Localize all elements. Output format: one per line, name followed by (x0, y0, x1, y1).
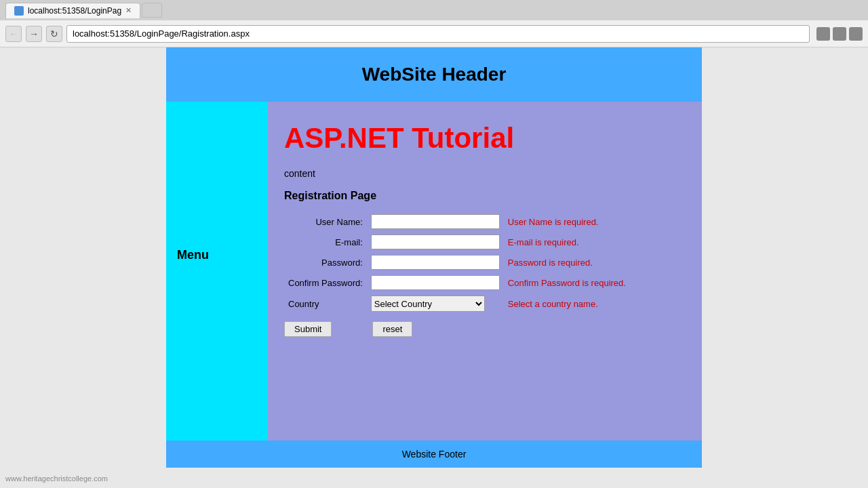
site-header: WebSite Header (166, 47, 702, 102)
country-select[interactable]: Select Country (371, 296, 485, 312)
page-body: Menu ASP.NET Tutorial content Registrati… (166, 102, 702, 441)
forward-button[interactable]: → (26, 26, 42, 42)
sidebar: Menu (166, 102, 268, 441)
menu-label: Menu (177, 248, 257, 262)
browser-action-1[interactable] (816, 27, 830, 41)
confirm-password-error: Confirm Password is required. (504, 272, 630, 293)
refresh-button[interactable]: ↻ (46, 26, 62, 42)
confirm-password-row: Confirm Password: Confirm Password is re… (284, 272, 630, 293)
tab-favicon (14, 6, 24, 16)
password-input[interactable] (371, 255, 500, 270)
browser-action-3[interactable] (849, 27, 863, 41)
email-error: E-mail is required. (504, 232, 630, 252)
password-input-cell (367, 252, 504, 272)
registration-page-title: Registration Page (284, 190, 686, 202)
username-label: User Name: (284, 211, 367, 232)
browser-tab[interactable]: localhost:51358/LoginPag ✕ (5, 3, 140, 18)
username-input-cell (367, 211, 504, 232)
username-input[interactable] (371, 214, 500, 229)
page-wrapper: WebSite Header Menu ASP.NET Tutorial con… (166, 47, 702, 468)
country-row: Country Select Country Select a country … (284, 293, 630, 314)
country-label: Country (284, 293, 367, 314)
new-tab-button[interactable] (142, 3, 162, 18)
tab-title: localhost:51358/LoginPag (28, 6, 121, 16)
browser-action-2[interactable] (833, 27, 846, 41)
site-footer: Website Footer (166, 441, 702, 468)
confirm-password-label: Confirm Password: (284, 272, 367, 293)
tab-bar: localhost:51358/LoginPag ✕ (0, 0, 868, 20)
navigation-bar: ← → ↻ (0, 20, 868, 47)
browser-window: localhost:51358/LoginPag ✕ ← → ↻ WebSite… (0, 0, 868, 488)
email-input-cell (367, 232, 504, 252)
confirm-password-input[interactable] (371, 275, 500, 290)
password-label: Password: (284, 252, 367, 272)
content-label: content (284, 168, 686, 179)
aspnet-title: ASP.NET Tutorial (284, 122, 686, 155)
tab-close-button[interactable]: ✕ (125, 6, 132, 15)
password-row: Password: Password is required. (284, 252, 630, 272)
back-button[interactable]: ← (5, 26, 22, 42)
country-select-cell: Select Country (367, 293, 504, 314)
email-label: E-mail: (284, 232, 367, 252)
country-error: Select a country name. (504, 293, 630, 314)
username-row: User Name: User Name is required. (284, 211, 630, 232)
main-content: ASP.NET Tutorial content Registration Pa… (268, 102, 702, 441)
reset-button[interactable]: reset (372, 321, 412, 337)
browser-action-icons (816, 27, 863, 41)
password-error: Password is required. (504, 252, 630, 272)
watermark: www.heritagechristcollege.com (5, 474, 108, 483)
email-input[interactable] (371, 235, 500, 249)
site-footer-title: Website Footer (402, 449, 467, 460)
address-bar[interactable] (66, 25, 810, 43)
site-header-title: WebSite Header (182, 64, 686, 85)
registration-form: User Name: User Name is required. E-mail… (284, 211, 630, 314)
submit-button[interactable]: Submit (284, 321, 332, 337)
form-buttons: Submit reset (284, 314, 686, 337)
username-error: User Name is required. (504, 211, 630, 232)
confirm-password-input-cell (367, 272, 504, 293)
email-row: E-mail: E-mail is required. (284, 232, 630, 252)
